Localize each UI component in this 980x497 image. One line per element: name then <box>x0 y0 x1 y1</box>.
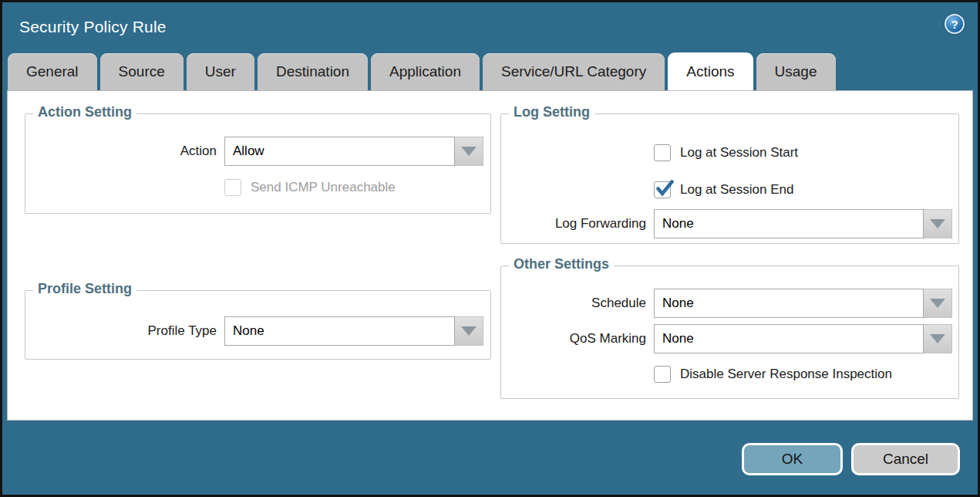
schedule-dropdown-value: None <box>654 289 924 318</box>
tab-service-url-category[interactable]: Service/URL Category <box>483 53 665 90</box>
profile-type-row: Profile Type None <box>25 316 483 346</box>
tab-general[interactable]: General <box>8 53 97 90</box>
log-at-session-end-label: Log at Session End <box>680 182 793 198</box>
chevron-down-icon <box>461 326 477 336</box>
qos-marking-dropdown[interactable]: None <box>654 324 952 353</box>
action-dropdown-value: Allow <box>224 137 455 166</box>
log-at-session-start-label: Log at Session Start <box>680 145 798 161</box>
tab-usage[interactable]: Usage <box>756 53 836 90</box>
log-setting-legend: Log Setting <box>509 104 594 120</box>
schedule-row: Schedule None <box>501 289 952 318</box>
disable-server-response-inspection-label: Disable Server Response Inspection <box>680 367 892 382</box>
cancel-button[interactable]: Cancel <box>851 443 960 475</box>
tab-user[interactable]: User <box>187 53 254 90</box>
qos-marking-dropdown-value: None <box>654 324 924 353</box>
qos-marking-row: QoS Marking None <box>501 324 952 353</box>
ok-button[interactable]: OK <box>742 443 843 475</box>
check-icon <box>655 179 674 198</box>
qos-marking-label: QoS Marking <box>501 331 654 347</box>
disable-server-response-inspection-row: Disable Server Response Inspection <box>654 365 892 384</box>
log-forwarding-row: Log Forwarding None <box>501 209 952 238</box>
schedule-label: Schedule <box>501 296 654 311</box>
chevron-down-icon <box>930 299 945 308</box>
profile-type-dropdown-button[interactable] <box>455 316 483 346</box>
log-forwarding-dropdown[interactable]: None <box>654 209 952 238</box>
help-icon[interactable]: ? <box>945 14 965 34</box>
tab-actions[interactable]: Actions <box>668 52 753 90</box>
log-at-session-end-row: Log at Session End <box>654 181 793 199</box>
other-settings-group: Other Settings Schedule None QoS Marking… <box>500 265 959 399</box>
tab-application[interactable]: Application <box>371 53 480 90</box>
tab-destination[interactable]: Destination <box>258 53 368 90</box>
chevron-down-icon <box>930 219 945 228</box>
log-forwarding-dropdown-value: None <box>654 209 924 238</box>
log-forwarding-label: Log Forwarding <box>501 216 654 232</box>
chevron-down-icon <box>930 334 945 343</box>
send-icmp-unreachable-row: Send ICMP Unreachable <box>224 178 396 197</box>
log-forwarding-dropdown-button[interactable] <box>924 209 952 238</box>
profile-setting-group: Profile Setting Profile Type None <box>25 290 491 360</box>
action-row: Action Allow <box>25 137 483 166</box>
dialog-footer: OK Cancel <box>742 443 960 475</box>
schedule-dropdown-button[interactable] <box>924 289 952 318</box>
log-setting-group: Log Setting Log at Session Start Log at … <box>500 113 959 244</box>
profile-type-dropdown[interactable]: None <box>224 316 483 346</box>
action-label: Action <box>25 144 224 159</box>
log-at-session-start-row: Log at Session Start <box>654 144 798 162</box>
schedule-dropdown[interactable]: None <box>654 289 952 318</box>
tab-bar: General Source User Destination Applicat… <box>8 53 839 90</box>
log-at-session-end-checkbox[interactable] <box>654 181 671 198</box>
security-policy-rule-dialog: Security Policy Rule ? General Source Us… <box>0 0 980 497</box>
profile-type-label: Profile Type <box>25 323 224 339</box>
action-setting-legend: Action Setting <box>33 104 136 120</box>
action-setting-group: Action Setting Action Allow Send ICMP Un… <box>25 113 491 214</box>
chevron-down-icon <box>461 147 477 156</box>
action-dropdown-button[interactable] <box>455 137 483 166</box>
actions-tab-panel: Action Setting Action Allow Send ICMP Un… <box>7 90 973 421</box>
titlebar: Security Policy Rule ? <box>2 2 978 53</box>
profile-type-dropdown-value: None <box>224 316 455 346</box>
profile-setting-legend: Profile Setting <box>33 281 136 297</box>
send-icmp-unreachable-checkbox[interactable] <box>224 179 241 196</box>
disable-server-response-inspection-checkbox[interactable] <box>654 366 671 383</box>
qos-marking-dropdown-button[interactable] <box>924 324 952 353</box>
action-dropdown[interactable]: Allow <box>224 137 483 166</box>
log-at-session-start-checkbox[interactable] <box>654 144 671 161</box>
dialog-title: Security Policy Rule <box>19 18 167 36</box>
other-settings-legend: Other Settings <box>509 256 614 272</box>
tab-source[interactable]: Source <box>100 53 184 90</box>
send-icmp-unreachable-label: Send ICMP Unreachable <box>251 180 396 195</box>
